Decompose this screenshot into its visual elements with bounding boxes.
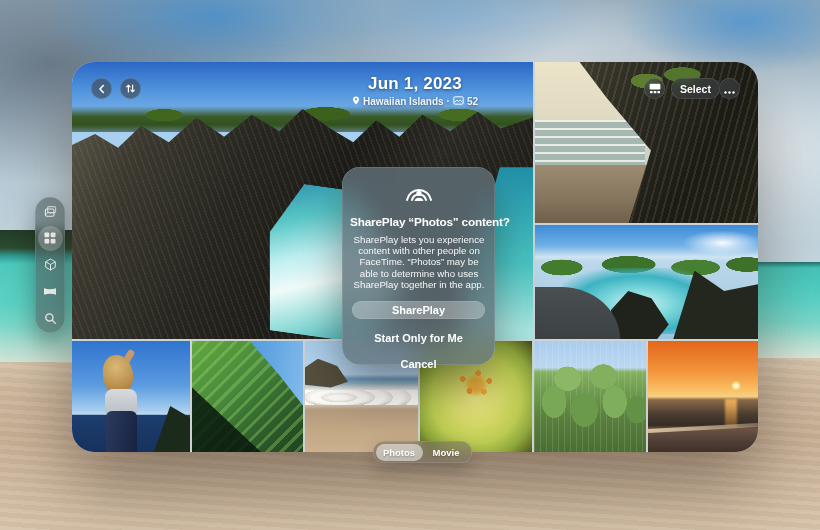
segment-movie[interactable]: Movie: [423, 444, 470, 461]
start-only-for-me-button[interactable]: Start Only for Me: [350, 332, 487, 344]
segment-photos[interactable]: Photos: [376, 444, 423, 461]
view-switcher: Photos Movie: [373, 441, 472, 463]
shareplay-confirm-label: SharePlay: [392, 304, 445, 316]
shareplay-confirm-button[interactable]: SharePlay: [352, 301, 485, 319]
view-options-button[interactable]: [644, 78, 665, 99]
photo-sunset[interactable]: [648, 341, 758, 452]
select-button-label: Select: [680, 83, 711, 95]
woman-jeans: [106, 411, 137, 452]
chevron-left-icon: [97, 80, 107, 98]
back-button[interactable]: [91, 78, 112, 99]
flower-stamens: [454, 367, 498, 407]
select-button[interactable]: Select: [671, 78, 720, 99]
cactus-pads: [534, 341, 646, 452]
tab-panoramas[interactable]: [38, 279, 63, 304]
shareplay-dialog: SharePlay “Photos” content? SharePlay le…: [342, 167, 495, 365]
spatial-cube-icon: [44, 258, 57, 271]
photos-app-scene: Jun 1, 2023 Hawaiian Islands · 52: [0, 0, 820, 530]
sunset-reflection: [725, 399, 737, 427]
more-button[interactable]: [719, 78, 740, 99]
dialog-title: SharePlay “Photos” content?: [350, 215, 487, 229]
sort-button[interactable]: [120, 78, 141, 99]
surf-foam: [305, 390, 418, 406]
woman-cliff: [154, 406, 190, 452]
panorama-icon: [43, 286, 57, 297]
sunset-foam-line: [648, 424, 758, 434]
dialog-body: SharePlay lets you experience content wi…: [350, 234, 488, 290]
shareplay-icon: [350, 180, 487, 206]
arrow-up-arrow-down-icon: [125, 80, 136, 98]
albums-grid-icon: [44, 232, 56, 244]
app-tab-bar: [35, 197, 65, 333]
tab-albums[interactable]: [38, 226, 63, 251]
cancel-button[interactable]: Cancel: [350, 358, 487, 370]
tab-spatial[interactable]: [38, 252, 63, 277]
photo-black-sand-cove[interactable]: [535, 225, 758, 339]
ellipsis-icon: [724, 80, 735, 98]
tab-search[interactable]: [38, 306, 63, 331]
sunset-sun: [721, 374, 751, 400]
background-ocean-right: [753, 262, 820, 358]
surf-rocks: [305, 359, 348, 388]
photos-stack-icon: [44, 205, 57, 218]
tab-photos[interactable]: [38, 199, 63, 224]
photo-woman-ocean[interactable]: [72, 341, 190, 452]
photo-cactus[interactable]: [534, 341, 646, 452]
search-icon: [44, 312, 57, 325]
cave-beach-sea: [535, 120, 645, 168]
photo-green-ridge[interactable]: [192, 341, 303, 452]
thumbnails-below-rectangle-icon: [649, 80, 661, 98]
